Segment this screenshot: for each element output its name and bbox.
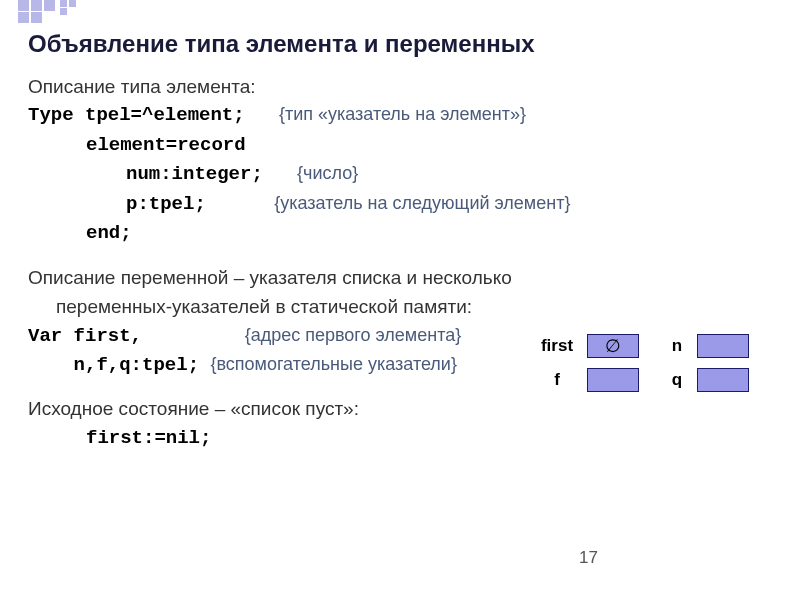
box-n bbox=[697, 334, 749, 358]
label-first: first bbox=[527, 336, 587, 356]
memory-diagram: first ∅ n f q bbox=[527, 334, 777, 398]
slide-title: Объявление типа элемента и переменных bbox=[28, 30, 780, 58]
var-desc-1: Описание переменной – указателя списка и… bbox=[28, 263, 780, 292]
type-desc: Описание типа элемента: bbox=[28, 72, 780, 101]
label-f: f bbox=[527, 370, 587, 390]
label-n: n bbox=[657, 336, 697, 356]
box-q bbox=[697, 368, 749, 392]
record-line: element=record bbox=[28, 131, 780, 160]
label-q: q bbox=[657, 370, 697, 390]
var-desc-2: переменных-указателей в статической памя… bbox=[28, 292, 780, 321]
init-desc: Исходное состояние – «список пуст»: bbox=[28, 394, 780, 423]
page-number: 17 bbox=[579, 548, 598, 568]
field-num: num:integer; {число} bbox=[28, 160, 780, 189]
end-line: end; bbox=[28, 219, 780, 248]
box-f bbox=[587, 368, 639, 392]
init-code: first:=nil; bbox=[28, 424, 780, 453]
field-p: p:tpel; {указатель на следующий элемент} bbox=[28, 190, 780, 219]
box-first: ∅ bbox=[587, 334, 639, 358]
type-line: Type tpel=^element; {тип «указатель на э… bbox=[28, 101, 780, 130]
